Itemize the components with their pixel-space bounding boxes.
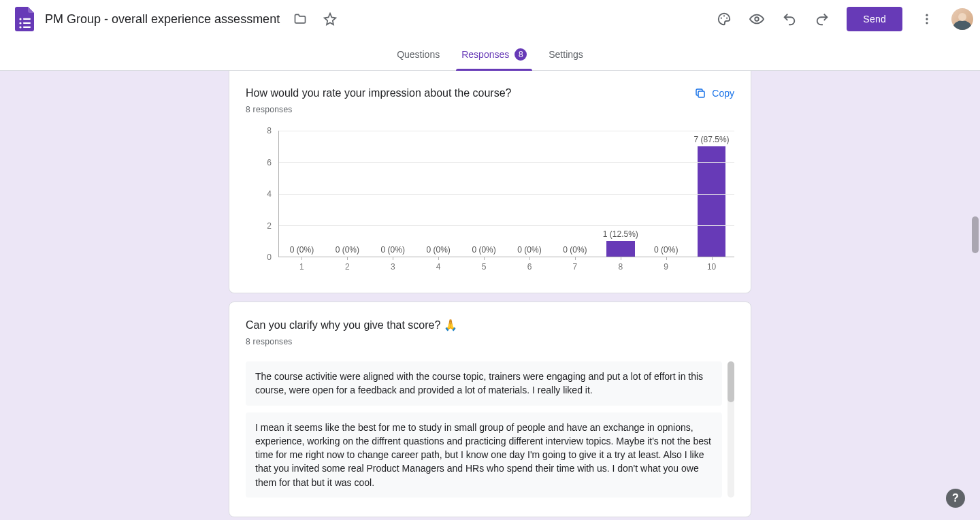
svg-rect-13 xyxy=(698,91,704,97)
x-tick-label: 6 xyxy=(527,262,532,272)
bar-value-label: 0 (0%) xyxy=(290,245,314,255)
svg-point-9 xyxy=(755,17,760,21)
bar-value-label: 0 (0%) xyxy=(381,245,405,255)
move-to-folder-icon[interactable] xyxy=(288,7,312,31)
response-item: I mean it seems like the best for me to … xyxy=(246,412,722,498)
more-icon[interactable] xyxy=(913,5,941,33)
svg-point-8 xyxy=(726,18,728,19)
y-tick: 2 xyxy=(267,221,272,231)
svg-point-10 xyxy=(926,14,928,16)
bar-value-label: 0 (0%) xyxy=(472,245,495,255)
tab-questions[interactable]: Questions xyxy=(395,38,441,70)
bar-chart: 02468 0 (0%)10 (0%)20 (0%)30 (0%)40 (0%)… xyxy=(246,131,734,274)
star-icon[interactable] xyxy=(318,7,342,31)
response-card-rating: How would you rate your impression about… xyxy=(229,71,751,293)
y-tick: 0 xyxy=(267,253,272,262)
page-scrollbar-thumb[interactable] xyxy=(972,216,979,253)
svg-point-2 xyxy=(19,22,21,24)
help-button[interactable]: ? xyxy=(946,489,965,508)
x-tick-label: 9 xyxy=(664,262,668,272)
main-tabs: Questions Responses 8 Settings xyxy=(0,38,980,71)
y-tick: 8 xyxy=(267,126,272,135)
responses-scrollbar[interactable] xyxy=(728,361,734,498)
x-tick-label: 4 xyxy=(436,262,441,272)
tab-settings[interactable]: Settings xyxy=(547,38,585,70)
send-button[interactable]: Send xyxy=(847,7,902,31)
bar[interactable]: 7 (87.5%) xyxy=(698,146,725,257)
svg-point-6 xyxy=(721,18,722,19)
response-card-clarify: Can you clarify why you give that score?… xyxy=(229,302,751,517)
theme-icon[interactable] xyxy=(710,5,738,33)
svg-point-7 xyxy=(723,15,725,16)
bar-value-label: 0 (0%) xyxy=(427,245,451,255)
y-tick: 6 xyxy=(267,158,272,167)
bar[interactable]: 1 (12.5%) xyxy=(606,241,634,257)
y-tick: 4 xyxy=(267,189,272,199)
response-item: The course activitie were aligned with t… xyxy=(246,361,722,406)
copy-label: Copy xyxy=(712,88,734,99)
svg-rect-1 xyxy=(23,18,31,20)
question-title: How would you rate your impression about… xyxy=(246,87,511,99)
x-tick-label: 5 xyxy=(482,262,487,272)
document-title[interactable]: PM Group - overall experience assessment xyxy=(45,12,280,27)
x-tick-label: 3 xyxy=(391,262,395,272)
tab-responses[interactable]: Responses 8 xyxy=(460,38,528,70)
bar-value-label: 0 (0%) xyxy=(517,245,541,255)
topbar: PM Group - overall experience assessment… xyxy=(0,0,980,38)
bar-value-label: 0 (0%) xyxy=(654,245,678,255)
x-tick-label: 10 xyxy=(707,262,716,272)
question-title: Can you clarify why you give that score?… xyxy=(246,319,734,331)
x-tick-label: 2 xyxy=(345,262,350,272)
account-avatar[interactable] xyxy=(951,8,973,30)
bar-value-label: 0 (0%) xyxy=(563,245,587,255)
preview-icon[interactable] xyxy=(743,5,770,33)
svg-rect-3 xyxy=(23,22,31,24)
bar-value-label: 0 (0%) xyxy=(336,245,359,255)
x-tick-label: 8 xyxy=(618,262,623,272)
svg-point-0 xyxy=(19,18,21,20)
undo-icon[interactable] xyxy=(776,5,803,33)
svg-point-4 xyxy=(19,26,21,28)
redo-icon[interactable] xyxy=(808,5,836,33)
bar-value-label: 7 (87.5%) xyxy=(694,135,730,144)
x-tick-label: 1 xyxy=(299,262,304,272)
copy-chart-button[interactable]: Copy xyxy=(694,87,734,99)
response-count: 8 responses xyxy=(246,337,734,346)
svg-point-12 xyxy=(926,22,928,24)
x-tick-label: 7 xyxy=(573,262,578,272)
canvas: How would you rate your impression about… xyxy=(0,71,980,520)
tab-responses-label: Responses xyxy=(461,49,509,60)
bar-value-label: 1 (12.5%) xyxy=(603,229,638,239)
responses-count-badge: 8 xyxy=(514,48,527,61)
svg-point-11 xyxy=(926,18,928,20)
response-count: 8 responses xyxy=(246,105,511,114)
forms-logo-icon[interactable] xyxy=(14,8,35,30)
svg-rect-5 xyxy=(23,27,31,28)
